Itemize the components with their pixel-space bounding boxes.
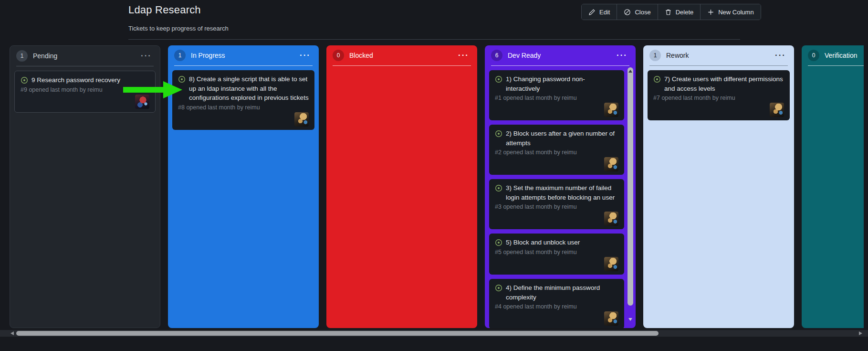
column-header: 1 In Progress ··· [168,45,319,65]
new-column-button[interactable]: New Column [701,4,760,20]
column-header: 0 Verification ··· [802,45,864,65]
column-title: Pending [33,52,134,60]
issue-meta: #3 opened last month by reimu [495,203,618,210]
column-menu-icon[interactable]: ··· [773,52,788,59]
board-description: Tickets to keep progress of research [128,25,229,32]
delete-button[interactable]: Delete [658,4,701,20]
board-actions-toolbar: Edit Close Delete New Column [581,4,761,20]
column-menu-icon[interactable]: ··· [298,52,313,59]
column-header: 1 Rework ··· [643,45,794,65]
column-menu-icon[interactable]: ··· [456,52,471,59]
issue-open-icon [495,239,502,246]
avatar[interactable] [604,257,618,271]
issue-title: 7) Create users with different permissio… [664,74,784,93]
column-verification: 0 Verification ··· [802,45,864,328]
issue-meta: #4 opened last month by reimu [495,303,618,310]
column-header: 0 Blocked ··· [326,45,477,65]
column-count-badge: 1 [16,50,28,62]
column-in-progress: 1 In Progress ··· 8) Create a single scr… [168,45,319,328]
issue-card[interactable]: 8) Create a single script that is able t… [172,70,314,130]
issue-card[interactable]: 3) Set the maximum number of failed logi… [489,179,624,229]
issue-title: 2) Block users after a given number of a… [506,129,618,148]
issue-open-icon [495,75,502,83]
issue-title: 9 Research password recovery [31,75,149,85]
issue-title: 5) Block and unblock user [506,238,618,247]
issue-meta: #2 opened last month by reimu [495,149,618,156]
avatar[interactable] [604,311,618,326]
column-rework: 1 Rework ··· 7) Create users with differ… [643,45,794,328]
page-title: Ldap Research [128,4,201,16]
issue-meta: #9 opened last month by reimu [21,86,149,93]
column-pending: 1 Pending ··· 9 Research password recove… [10,45,160,328]
scroll-right-arrow-icon[interactable] [859,331,862,335]
scroll-up-arrow-icon[interactable] [627,67,633,75]
edit-button[interactable]: Edit [582,4,617,20]
board: 1 Pending ··· 9 Research password recove… [10,45,864,328]
column-dev-ready: 6 Dev Ready ··· 1) Changing password non… [485,45,636,328]
avatar[interactable] [604,103,618,117]
scroll-down-arrow-icon[interactable] [628,318,632,321]
column-menu-icon[interactable]: ··· [139,53,154,59]
issue-meta: #7 opened last month by reimu [653,95,784,101]
column-cards: 9 Research password recovery #9 opened l… [10,66,160,328]
column-menu-icon[interactable]: ··· [615,52,629,59]
column-cards [326,66,477,328]
issue-open-icon [178,75,186,83]
issue-meta: #5 opened last month by reimu [495,249,618,255]
column-title: Rework [666,52,768,59]
avatar[interactable] [604,157,618,171]
avatar[interactable] [604,212,618,226]
horizontal-scrollbar-thumb[interactable] [16,331,659,336]
trash-icon [665,9,672,16]
column-title: Dev Ready [508,52,609,59]
header-divider [128,39,740,40]
issue-title: 8) Create a single script that is able t… [189,74,309,103]
pencil-icon [588,9,596,16]
plus-icon [707,9,714,16]
project-board-page: Ldap Research Edit Close Delete New Colu… [0,0,868,351]
column-count-badge: 1 [649,50,661,61]
issue-title: 1) Changing password non-interactively [506,74,618,93]
issue-open-icon [495,184,502,192]
column-vertical-scrollbar[interactable] [627,67,633,324]
issue-card[interactable]: 1) Changing password non-interactively #… [489,70,624,120]
issue-open-icon [21,76,28,84]
column-count-badge: 1 [174,50,186,61]
issue-card[interactable]: 2) Block users after a given number of a… [489,125,624,175]
column-header: 1 Pending ··· [10,46,160,66]
column-cards [802,66,864,328]
issue-title: 3) Set the maximum number of failed logi… [506,183,618,202]
avatar[interactable] [135,95,149,109]
avatar[interactable] [294,112,309,127]
column-cards: 8) Create a single script that is able t… [168,66,319,328]
column-title: Verification [825,52,864,59]
close-button[interactable]: Close [617,4,658,20]
issue-title: 4) Define the minimum password complexit… [506,283,618,302]
issue-open-icon [495,284,502,292]
circle-slash-icon [624,9,631,16]
issue-card[interactable]: 4) Define the minimum password complexit… [489,279,624,328]
avatar[interactable] [770,103,784,117]
horizontal-scrollbar[interactable] [0,330,868,337]
column-blocked: 0 Blocked ··· [326,45,477,328]
issue-meta: #8 opened last month by reimu [178,104,309,111]
column-cards: 1) Changing password non-interactively #… [485,66,636,328]
column-header: 6 Dev Ready ··· [485,45,636,65]
scroll-left-arrow-icon[interactable] [10,331,14,335]
column-title: In Progress [191,52,293,59]
issue-open-icon [495,130,502,138]
issue-open-icon [653,75,661,83]
column-count-badge: 0 [333,50,344,61]
vertical-scrollbar-thumb[interactable] [627,75,633,306]
column-count-badge: 6 [491,50,502,61]
column-title: Blocked [349,52,451,59]
issue-card[interactable]: 7) Create users with different permissio… [648,70,790,120]
column-cards: 7) Create users with different permissio… [643,66,794,328]
column-count-badge: 0 [808,50,819,61]
issue-meta: #1 opened last month by reimu [495,95,618,101]
issue-card[interactable]: 5) Block and unblock user #5 opened last… [489,234,624,275]
issue-card[interactable]: 9 Research password recovery #9 opened l… [14,71,156,113]
